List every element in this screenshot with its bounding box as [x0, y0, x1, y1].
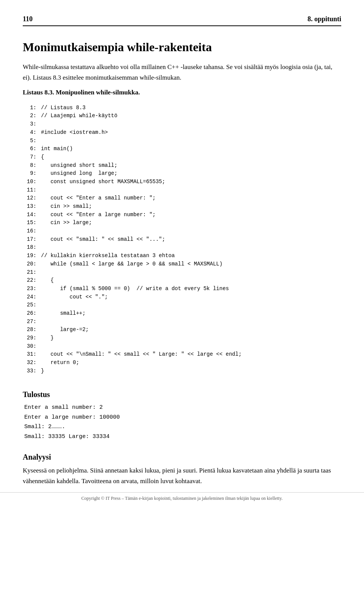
line-number: 23:: [23, 285, 36, 293]
code-line: 13: cin >> small;: [23, 203, 341, 211]
code-line: 25:: [23, 301, 341, 309]
line-code: unsigned long large;: [41, 170, 341, 178]
line-number: 21:: [23, 268, 36, 277]
code-line: 20: while (small < large && large > 0 &&…: [23, 260, 341, 268]
code-line: 23: if (small % 5000 == 0) // write a do…: [23, 285, 341, 293]
line-number: 16:: [23, 227, 36, 235]
code-line: 4:#include <iostream.h>: [23, 129, 341, 137]
line-code: cout << "Enter a large number: ";: [41, 211, 341, 219]
intro-paragraph: While-silmukassa testattava alkuehto voi…: [23, 62, 341, 82]
line-number: 30:: [23, 342, 36, 351]
page-container: 110 8. oppitunti Monimutkaisempia while-…: [0, 0, 364, 509]
code-line: 9: unsigned long large;: [23, 170, 341, 178]
output-line: Small: 2……….: [24, 422, 341, 432]
code-line: 16:: [23, 227, 341, 235]
line-code: while (small < large && large > 0 && sma…: [41, 260, 341, 268]
line-code: [41, 342, 341, 351]
code-line: 1:// Listaus 8.3: [23, 104, 341, 112]
line-number: 26:: [23, 309, 36, 318]
page-number: 110: [23, 15, 33, 23]
line-code: cin >> small;: [41, 203, 341, 211]
line-number: 33:: [23, 367, 36, 375]
chapter-main-title: Monimutkaisempia while-rakenteita: [23, 40, 341, 54]
line-code: return 0;: [41, 359, 341, 367]
code-line: 31: cout << "\nSmall: " << small << " La…: [23, 350, 341, 359]
line-number: 24:: [23, 293, 36, 301]
listing-header: Listaus 8.3. Monipuolinen while-silmukka…: [23, 89, 341, 96]
line-code: cout << "\nSmall: " << small << " Large:…: [41, 350, 341, 359]
code-line: 32: return 0;: [23, 359, 341, 367]
code-line: 3:: [23, 120, 341, 129]
line-number: 5:: [23, 137, 36, 145]
code-line: 2:// Laajempi while-käyttö: [23, 112, 341, 120]
line-code: [41, 268, 341, 277]
line-code: // kullakin kierroksella testataan 3 eht…: [41, 252, 341, 260]
line-code: [41, 301, 341, 309]
line-code: large-=2;: [41, 326, 341, 334]
line-code: // Laajempi while-käyttö: [41, 112, 341, 120]
line-number: 20:: [23, 260, 36, 268]
code-line: 21:: [23, 268, 341, 277]
line-number: 10:: [23, 178, 36, 186]
chapter-title-header: 8. oppitunti: [308, 15, 341, 23]
code-line: 30:: [23, 342, 341, 351]
output-line: Enter a small number: 2: [24, 403, 341, 413]
code-line: 6:int main(): [23, 145, 341, 153]
line-code: [41, 243, 341, 252]
line-code: {: [41, 276, 341, 285]
code-line: 5:: [23, 137, 341, 145]
code-line: 7:{: [23, 153, 341, 162]
line-number: 14:: [23, 211, 36, 219]
code-line: 14: cout << "Enter a large number: ";: [23, 211, 341, 219]
analyysi-title: Analyysi: [23, 453, 341, 462]
line-number: 19:: [23, 252, 36, 260]
line-number: 3:: [23, 120, 36, 129]
code-line: 29: }: [23, 334, 341, 342]
line-number: 17:: [23, 235, 36, 244]
line-number: 27:: [23, 318, 36, 326]
code-line: 22: {: [23, 276, 341, 285]
line-code: if (small % 5000 == 0) // write a dot ev…: [41, 285, 341, 293]
line-code: [41, 137, 341, 145]
line-code: [41, 120, 341, 129]
output-line: Enter a large number: 100000: [24, 413, 341, 422]
line-code: unsigned short small;: [41, 162, 341, 170]
line-number: 2:: [23, 112, 36, 120]
line-number: 7:: [23, 153, 36, 162]
code-line: 15: cin >> large;: [23, 219, 341, 227]
line-code: [41, 318, 341, 326]
code-line: 28: large-=2;: [23, 326, 341, 334]
code-line: 10: const unsigned short MAXSMALL=65535;: [23, 178, 341, 186]
line-number: 15:: [23, 219, 36, 227]
line-number: 1:: [23, 104, 36, 112]
code-line: 27:: [23, 318, 341, 326]
line-code: // Listaus 8.3: [41, 104, 341, 112]
line-number: 32:: [23, 359, 36, 367]
code-line: 19:// kullakin kierroksella testataan 3 …: [23, 252, 341, 260]
footer: Copyright © IT Press – Tämän e-kirjan ko…: [0, 492, 364, 501]
line-number: 12:: [23, 194, 36, 203]
line-number: 22:: [23, 276, 36, 285]
line-number: 6:: [23, 145, 36, 153]
line-code: }: [41, 334, 341, 342]
code-block: 1:// Listaus 8.32:// Laajempi while-käyt…: [23, 100, 341, 379]
line-number: 4:: [23, 129, 36, 137]
line-number: 11:: [23, 186, 36, 195]
output-section: Tulostus Enter a small number: 2Enter a …: [23, 390, 341, 441]
analyysi-text: Kyseessä on peliohjelma. Siinä annetaan …: [23, 465, 341, 486]
line-number: 18:: [23, 243, 36, 252]
line-number: 13:: [23, 203, 36, 211]
line-code: int main(): [41, 145, 341, 153]
line-code: const unsigned short MAXSMALL=65535;: [41, 178, 341, 186]
line-number: 9:: [23, 170, 36, 178]
line-number: 8:: [23, 162, 36, 170]
code-line: 12: cout << "Enter a small number: ";: [23, 194, 341, 203]
code-line: 33:}: [23, 367, 341, 375]
line-number: 31:: [23, 350, 36, 359]
footer-text: Copyright © IT Press – Tämän e-kirjan ko…: [82, 496, 283, 501]
analyysi-section: Analyysi Kyseessä on peliohjelma. Siinä …: [23, 453, 341, 486]
line-code: [41, 186, 341, 195]
code-line: 26: small++;: [23, 309, 341, 318]
line-code: }: [41, 367, 341, 375]
line-code: {: [41, 153, 341, 162]
